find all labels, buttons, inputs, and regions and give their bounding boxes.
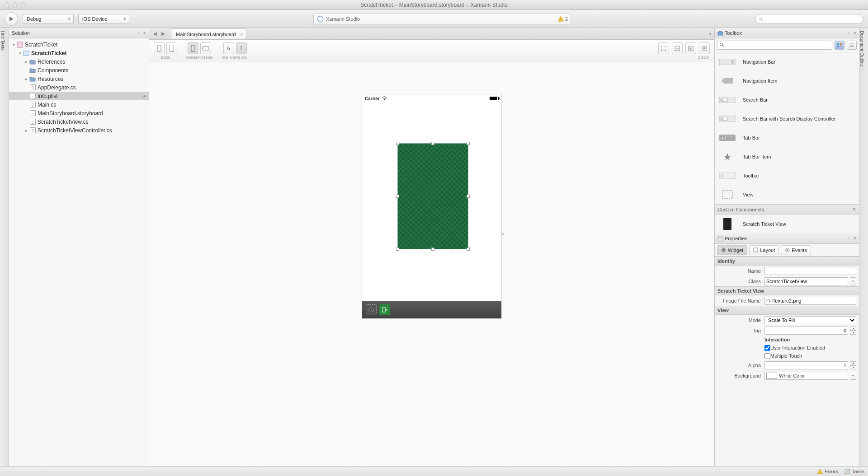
resize-handle[interactable] xyxy=(431,142,434,145)
close-window-icon[interactable] xyxy=(5,2,9,7)
size-large-button[interactable] xyxy=(166,42,177,54)
tab-events[interactable]: Events xyxy=(781,245,811,255)
background-dropdown-button[interactable]: ▾ xyxy=(850,372,856,380)
toolbox-item-tabitem[interactable]: Tab Bar Item xyxy=(715,147,859,166)
section-view: View xyxy=(715,306,859,315)
design-canvas[interactable]: Carrier xyxy=(149,62,714,466)
project-node[interactable]: ▾ ScratchTicket xyxy=(9,49,149,57)
class-dropdown-button[interactable]: ▾ xyxy=(850,277,856,285)
orientation-portrait-button[interactable] xyxy=(188,42,198,54)
disclosure-icon[interactable]: ▸ xyxy=(24,60,29,64)
alpha-stepper[interactable]: ▴▾ xyxy=(850,361,856,369)
file-appdelegate[interactable]: {} AppDelegate.cs xyxy=(9,83,149,92)
view-controller-scene[interactable]: Carrier xyxy=(362,94,502,319)
zoom-in-button[interactable] xyxy=(685,42,696,54)
add-custom-component-icon[interactable]: ✕ xyxy=(852,206,856,212)
panel-dock-icon[interactable]: ▫ xyxy=(136,31,141,35)
resources-folder[interactable]: ▸ Resources xyxy=(9,75,149,83)
toolbox-item-view[interactable]: View xyxy=(715,185,859,204)
status-bar[interactable]: Xamarin Studio ! 2 xyxy=(313,14,571,24)
unit-tests-rail[interactable]: Unit Tests xyxy=(0,28,9,466)
resize-handle[interactable] xyxy=(467,247,470,251)
tab-overflow-icon[interactable]: ▾ xyxy=(709,32,712,36)
toolbox-item-tabbar[interactable]: ★ Tab Bar xyxy=(715,128,859,147)
panel-dock-icon[interactable]: ▫ xyxy=(846,236,851,241)
toolbox-item-navitem[interactable]: Navigation Item xyxy=(715,71,859,90)
toolbox-item-toolbar[interactable]: Toolbar xyxy=(715,166,859,185)
orientation-landscape-button[interactable] xyxy=(200,42,211,54)
tab-close-icon[interactable]: × xyxy=(240,32,243,37)
file-controller[interactable]: ▸ {} ScratchTicketViewController.cs xyxy=(9,126,149,135)
events-icon xyxy=(785,247,790,252)
background-color-swatch[interactable] xyxy=(766,373,777,379)
toolbox-item-searchdisp[interactable]: Search Bar with Search Display Controlle… xyxy=(715,109,859,128)
user-interaction-label: User Interaction Enabled xyxy=(770,345,825,350)
resize-handle[interactable] xyxy=(431,247,434,251)
global-search[interactable] xyxy=(755,14,863,24)
disclosure-icon[interactable]: ▸ xyxy=(24,77,29,81)
file-infoplist[interactable]: ◦ Info.plist ▫▾ xyxy=(9,92,149,100)
zoom-window-icon[interactable] xyxy=(21,2,26,7)
toolbox-view-compact[interactable] xyxy=(835,41,844,50)
disclosure-icon[interactable]: ▾ xyxy=(17,51,23,56)
zoom-actual-button[interactable] xyxy=(699,42,710,54)
user-interaction-checkbox[interactable] xyxy=(764,345,770,351)
toolbox-item-navbar[interactable]: Navigation Bar xyxy=(715,52,859,71)
file-main[interactable]: {} Main.cs xyxy=(9,100,149,109)
run-button[interactable] xyxy=(5,12,18,26)
minimize-window-icon[interactable] xyxy=(13,2,18,7)
tag-label: Tag xyxy=(717,328,763,333)
zoom-out-button[interactable] xyxy=(672,42,683,54)
panel-close-icon[interactable]: ✕ xyxy=(853,236,857,241)
svg-text:★: ★ xyxy=(721,136,724,140)
toolbox-item-searchbar[interactable]: Search Bar xyxy=(715,90,859,109)
panel-close-icon[interactable]: ✕ xyxy=(853,31,857,35)
alpha-input[interactable] xyxy=(764,361,848,369)
custom-components-header[interactable]: Custom Components ✕ xyxy=(715,204,859,215)
multitouch-checkbox[interactable] xyxy=(764,353,770,359)
exit-icon[interactable] xyxy=(379,304,390,315)
resize-handle[interactable] xyxy=(396,195,399,198)
toolbox-item-scratchticket[interactable]: Scratch Ticket View xyxy=(715,215,859,233)
panel-close-icon[interactable]: ✕ xyxy=(142,31,147,35)
tag-input[interactable] xyxy=(764,327,848,335)
first-responder-icon[interactable] xyxy=(366,304,377,315)
configuration-dropdown[interactable]: Debug xyxy=(23,14,74,24)
errors-pad-button[interactable]: Errors xyxy=(817,469,838,474)
nav-forward-button[interactable]: ▶ xyxy=(159,30,167,37)
tab-widget[interactable]: Widget xyxy=(717,245,747,255)
scratch-ticket-view[interactable] xyxy=(397,143,468,249)
device-dropdown[interactable]: iOS Device xyxy=(78,14,129,24)
file-storyboard[interactable]: ▭ MainStoryboard.storyboard xyxy=(9,109,149,117)
tag-stepper[interactable]: ▴▾ xyxy=(850,327,856,335)
tab-storyboard[interactable]: MainStoryboard.storyboard × xyxy=(171,28,246,39)
file-scratchticketview[interactable]: {} ScratchTicketView.cs xyxy=(9,117,149,126)
class-input[interactable] xyxy=(764,277,848,285)
resize-handle[interactable] xyxy=(396,247,399,251)
document-outline-rail[interactable]: Document Outline xyxy=(859,28,868,466)
ios6-button[interactable]: 6 xyxy=(223,42,234,54)
tasks-pad-button[interactable]: Tasks xyxy=(844,469,864,474)
toolbox-search-input[interactable] xyxy=(717,41,832,50)
tab-layout[interactable]: Layout xyxy=(749,245,779,255)
components-folder[interactable]: Components xyxy=(9,66,149,75)
size-small-button[interactable] xyxy=(154,42,165,54)
resize-handle[interactable] xyxy=(467,142,470,145)
ios7-button[interactable]: 7 xyxy=(236,42,247,54)
disclosure-icon[interactable]: ▸ xyxy=(24,128,29,133)
mode-select[interactable]: Scale To Fill xyxy=(764,316,856,324)
name-input[interactable] xyxy=(764,267,856,275)
item-options-icon[interactable]: ▫▾ xyxy=(142,94,146,98)
global-search-input[interactable] xyxy=(764,16,860,22)
nav-back-button[interactable]: ◀ xyxy=(151,30,159,37)
toolbox-view-list[interactable] xyxy=(847,41,857,50)
image-file-input[interactable] xyxy=(764,297,856,305)
solution-root[interactable]: ▾ ScratchTicket xyxy=(9,40,149,49)
panel-dock-icon[interactable]: ▫ xyxy=(846,31,851,35)
zoom-fit-button[interactable] xyxy=(658,42,669,54)
warnings-indicator[interactable]: ! 2 xyxy=(558,16,568,22)
resize-handle[interactable] xyxy=(467,195,470,198)
resize-handle[interactable] xyxy=(396,142,399,145)
references-folder[interactable]: ▸ References xyxy=(9,57,149,66)
disclosure-icon[interactable]: ▾ xyxy=(11,42,16,47)
